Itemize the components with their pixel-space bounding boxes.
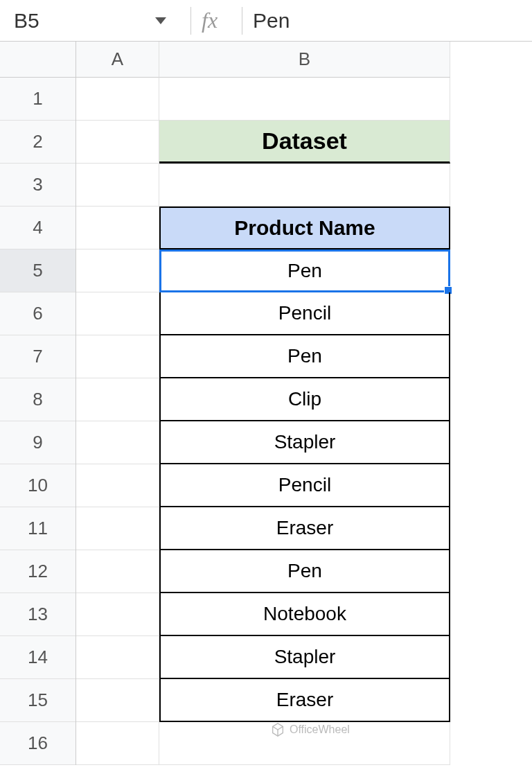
table-row: Product Name — [76, 207, 450, 249]
row-header-4[interactable]: 4 — [0, 207, 76, 249]
cell-a11[interactable] — [76, 507, 159, 550]
cell-a6[interactable] — [76, 292, 159, 335]
name-box-value: B5 — [14, 9, 39, 33]
cell-b9[interactable]: Stapler — [159, 421, 450, 464]
name-box[interactable]: B5 — [7, 9, 180, 33]
cell-b7[interactable]: Pen — [159, 335, 450, 378]
column-headers: A B — [76, 42, 450, 78]
cell-a16[interactable] — [76, 722, 159, 765]
chevron-down-icon — [155, 17, 166, 24]
table-row: Pencil — [76, 292, 450, 335]
name-box-dropdown[interactable] — [155, 17, 166, 24]
row-header-3[interactable]: 3 — [0, 164, 76, 207]
cell-b6[interactable]: Pencil — [159, 292, 450, 335]
table-row: Pen — [76, 550, 450, 593]
row-header-10[interactable]: 10 — [0, 464, 76, 507]
column-header-a[interactable]: A — [76, 42, 159, 78]
table-row: Stapler — [76, 421, 450, 464]
fx-icon: fx — [202, 8, 218, 33]
row-header-11[interactable]: 11 — [0, 507, 76, 550]
select-all-corner[interactable] — [0, 42, 76, 78]
table-row: Clip — [76, 378, 450, 421]
row-header-8[interactable]: 8 — [0, 378, 76, 421]
table-row: Eraser — [76, 679, 450, 722]
row-header-7[interactable]: 7 — [0, 335, 76, 378]
cell-a15[interactable] — [76, 679, 159, 722]
row-header-14[interactable]: 14 — [0, 636, 76, 679]
cell-a4[interactable] — [76, 207, 159, 249]
row-header-12[interactable]: 12 — [0, 550, 76, 593]
formula-bar: B5 fx — [0, 0, 532, 42]
formula-input[interactable] — [253, 9, 525, 33]
cell-b13[interactable]: Notebook — [159, 593, 450, 636]
cell-a8[interactable] — [76, 378, 159, 421]
table-row: Pencil — [76, 464, 450, 507]
cell-b1[interactable] — [159, 78, 450, 121]
header-row: A B — [0, 42, 532, 78]
cell-a1[interactable] — [76, 78, 159, 121]
cell-a10[interactable] — [76, 464, 159, 507]
cell-a7[interactable] — [76, 335, 159, 378]
table-row: Dataset — [76, 121, 450, 164]
row-header-13[interactable]: 13 — [0, 593, 76, 636]
cell-a2[interactable] — [76, 121, 159, 164]
cell-a12[interactable] — [76, 550, 159, 593]
row-header-1[interactable]: 1 — [0, 78, 76, 121]
cell-b15[interactable]: Eraser — [159, 679, 450, 722]
cell-a3[interactable] — [76, 164, 159, 207]
row-header-5[interactable]: 5 — [0, 249, 76, 292]
cell-a9[interactable] — [76, 421, 159, 464]
table-row: Stapler — [76, 636, 450, 679]
table-row — [76, 164, 450, 207]
cell-b8[interactable]: Clip — [159, 378, 450, 421]
row-headers: 1 2 3 4 5 6 7 8 9 10 11 12 13 14 15 16 — [0, 78, 76, 765]
cell-a5[interactable] — [76, 249, 159, 292]
watermark-text: OfficeWheel — [290, 723, 350, 736]
main-grid: 1 2 3 4 5 6 7 8 9 10 11 12 13 14 15 16 D… — [0, 78, 532, 765]
cell-b3[interactable] — [159, 164, 450, 207]
cell-b11[interactable]: Eraser — [159, 507, 450, 550]
row-header-15[interactable]: 15 — [0, 679, 76, 722]
cell-value: Pen — [287, 260, 322, 282]
table-row: Pen — [76, 335, 450, 378]
watermark: OfficeWheel — [270, 722, 350, 737]
cell-b14[interactable]: Stapler — [159, 636, 450, 679]
cell-b5[interactable]: Pen — [159, 249, 450, 292]
cell-b12[interactable]: Pen — [159, 550, 450, 593]
table-row: Pen — [76, 249, 450, 292]
divider — [242, 7, 242, 35]
row-header-9[interactable]: 9 — [0, 421, 76, 464]
table-row: Notebook — [76, 593, 450, 636]
hexagon-icon — [270, 722, 285, 737]
cell-b4[interactable]: Product Name — [159, 207, 450, 249]
row-header-6[interactable]: 6 — [0, 292, 76, 335]
column-header-b[interactable]: B — [159, 42, 450, 78]
cell-a14[interactable] — [76, 636, 159, 679]
table-row: Eraser — [76, 507, 450, 550]
table-row — [76, 722, 450, 765]
cells-area: Dataset Product Name Pen Pencil Pen — [76, 78, 450, 765]
table-row — [76, 78, 450, 121]
cell-a13[interactable] — [76, 593, 159, 636]
row-header-2[interactable]: 2 — [0, 121, 76, 164]
row-header-16[interactable]: 16 — [0, 722, 76, 765]
cell-b10[interactable]: Pencil — [159, 464, 450, 507]
cell-b2[interactable]: Dataset — [159, 121, 450, 164]
divider — [190, 7, 191, 35]
